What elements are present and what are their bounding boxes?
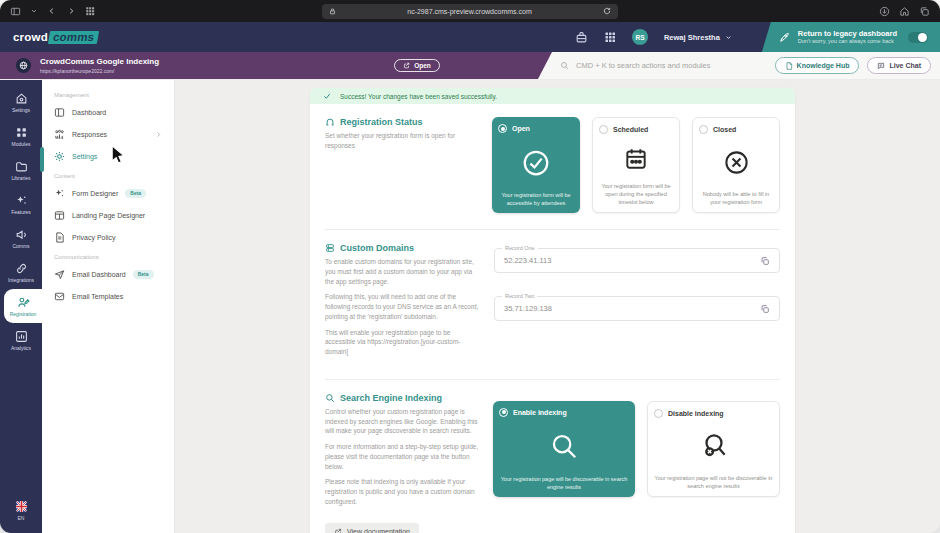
live-chat-button[interactable]: Live Chat bbox=[867, 57, 931, 74]
option-card-open[interactable]: Open Your registration form will be acce… bbox=[492, 117, 580, 213]
main-content: Success! Your changes have been saved su… bbox=[175, 80, 940, 533]
language-label: EN bbox=[18, 515, 25, 521]
section-subtitle: Set whether your registration form is op… bbox=[325, 131, 480, 151]
document-icon bbox=[54, 232, 65, 243]
tabs-icon[interactable] bbox=[919, 6, 930, 17]
field-value: 52.223.41.113 bbox=[504, 256, 760, 265]
sidebar-item-settings[interactable]: Settings bbox=[0, 85, 42, 119]
megaphone-icon bbox=[15, 228, 28, 241]
external-link-icon bbox=[403, 62, 410, 69]
search-icon bbox=[560, 61, 569, 70]
rocket-icon bbox=[778, 31, 791, 44]
apps-grid-icon[interactable] bbox=[604, 31, 616, 43]
section-heading: Custom Domains bbox=[340, 243, 414, 253]
paragraph: Please note that indexing is only availa… bbox=[325, 477, 481, 506]
chevron-down-icon bbox=[725, 34, 732, 41]
command-search-input[interactable]: CMD + K to search actions and modules bbox=[560, 52, 710, 79]
menu-item-email-templates[interactable]: Email Templates bbox=[42, 285, 174, 307]
gear-icon bbox=[54, 151, 65, 162]
x-circle-icon bbox=[723, 149, 750, 176]
radio-unselected[interactable] bbox=[699, 125, 708, 134]
forward-icon[interactable] bbox=[66, 6, 76, 16]
address-bar[interactable]: nc-2987.cms-preview.crowdcomms.com bbox=[322, 4, 618, 19]
legacy-subtitle: Don't worry, you can always come back bbox=[798, 38, 897, 45]
uk-flag-icon bbox=[15, 500, 28, 513]
crowdcomms-logo[interactable]: crowdcomms bbox=[13, 31, 98, 44]
registration-status-icon bbox=[325, 117, 335, 127]
option-card-enable-indexing[interactable]: Enable indexing Your registration page w… bbox=[493, 401, 635, 497]
radio-unselected[interactable] bbox=[654, 409, 663, 418]
copy-icon[interactable] bbox=[760, 304, 770, 314]
menu-item-responses[interactable]: Responses bbox=[42, 123, 174, 145]
responses-icon bbox=[54, 129, 65, 140]
knowledge-hub-button[interactable]: Knowledge Hub bbox=[775, 57, 860, 74]
document-icon bbox=[785, 62, 793, 70]
logo-crowd: crowd bbox=[13, 31, 48, 43]
success-banner: Success! Your changes have been saved su… bbox=[310, 88, 795, 104]
menu-item-landing-page-designer[interactable]: Landing Page Designer bbox=[42, 204, 174, 226]
open-app-button[interactable]: Open bbox=[394, 59, 440, 72]
sidebar-toggle-icon[interactable] bbox=[10, 6, 21, 17]
section-title: Communications bbox=[42, 248, 174, 263]
field-value: 35.71.129.138 bbox=[504, 304, 760, 313]
dashboard-icon bbox=[54, 107, 65, 118]
field-label: Record Two bbox=[502, 293, 537, 299]
sidebar-active-indicator[interactable] bbox=[40, 147, 44, 172]
menu-item-form-designer[interactable]: Form Designer Beta bbox=[42, 182, 174, 204]
sidebar-item-features[interactable]: Features bbox=[0, 187, 42, 221]
user-name: Rewaj Shrestha bbox=[664, 33, 720, 42]
mouse-cursor bbox=[108, 144, 128, 166]
paragraph: For more information and a step-by-step … bbox=[325, 442, 481, 471]
menu-item-dashboard[interactable]: Dashboard bbox=[42, 101, 174, 123]
app-header: CrowdComms Google Indexing https://kplan… bbox=[0, 52, 552, 79]
app-url[interactable]: https://kplanortheurope2022.com/ bbox=[40, 68, 159, 74]
section-heading: Search Engine Indexing bbox=[340, 393, 442, 403]
chevron-down-icon[interactable] bbox=[30, 7, 38, 15]
url-text: nc-2987.cms-preview.crowdcomms.com bbox=[340, 8, 599, 15]
option-card-closed[interactable]: Closed Nobody will be able to fill in yo… bbox=[692, 117, 780, 213]
option-card-scheduled[interactable]: Scheduled Your registration form will be… bbox=[592, 117, 680, 213]
settings-submenu: Management Dashboard Responses Settings … bbox=[42, 80, 175, 533]
home-icon[interactable] bbox=[899, 6, 910, 17]
beta-badge: Beta bbox=[133, 270, 154, 279]
section-title: Management bbox=[42, 86, 174, 101]
user-menu[interactable]: Rewaj Shrestha bbox=[664, 33, 732, 42]
back-icon[interactable] bbox=[47, 6, 57, 16]
menu-item-privacy-policy[interactable]: Privacy Policy bbox=[42, 226, 174, 248]
radio-selected[interactable] bbox=[499, 408, 508, 417]
sidebar-item-libraries[interactable]: Libraries bbox=[0, 153, 42, 187]
home-settings-icon bbox=[15, 92, 28, 105]
legacy-title: Return to legacy dashboard bbox=[798, 29, 897, 38]
sidebar-item-registration[interactable]: Registration bbox=[4, 289, 42, 323]
venue-icon[interactable] bbox=[575, 31, 588, 44]
logo-comms: comms bbox=[48, 31, 100, 44]
language-selector[interactable]: EN bbox=[0, 500, 42, 521]
radio-unselected[interactable] bbox=[599, 125, 608, 134]
copy-icon[interactable] bbox=[760, 256, 770, 266]
icon-sidebar: Settings Modules Libraries Features Comm… bbox=[0, 80, 42, 533]
reload-icon[interactable] bbox=[603, 7, 611, 15]
sidebar-item-comms[interactable]: Comms bbox=[0, 221, 42, 255]
person-edit-icon bbox=[17, 296, 30, 309]
option-card-disable-indexing[interactable]: Disable indexing Your registration page … bbox=[647, 401, 780, 497]
custom-domains-section: Custom Domains To enable custom domains … bbox=[310, 230, 795, 379]
legacy-toggle[interactable] bbox=[908, 32, 928, 43]
modules-grid-icon bbox=[15, 126, 28, 139]
view-documentation-button[interactable]: View documentation bbox=[325, 523, 419, 533]
avatar[interactable]: RS bbox=[632, 29, 648, 45]
downloads-icon[interactable] bbox=[879, 6, 890, 17]
sidebar-item-modules[interactable]: Modules bbox=[0, 119, 42, 153]
check-circle-icon bbox=[521, 148, 551, 178]
sidebar-item-analytics[interactable]: Analytics bbox=[0, 323, 42, 357]
menu-item-email-dashboard[interactable]: Email Dashboard Beta bbox=[42, 263, 174, 285]
radio-selected[interactable] bbox=[498, 124, 507, 133]
sidebar-item-integrations[interactable]: Integrations bbox=[0, 255, 42, 289]
record-two-field: Record Two 35.71.129.138 bbox=[494, 296, 780, 321]
calendar-icon bbox=[623, 146, 649, 172]
chevron-right-icon bbox=[155, 131, 162, 138]
lock-icon bbox=[329, 8, 336, 15]
app-title: CrowdComms Google Indexing bbox=[40, 57, 159, 67]
tab-grid-icon[interactable] bbox=[85, 6, 95, 16]
record-one-field: Record One 52.223.41.113 bbox=[494, 248, 780, 273]
paragraph: This will enable your registration page … bbox=[325, 328, 482, 357]
